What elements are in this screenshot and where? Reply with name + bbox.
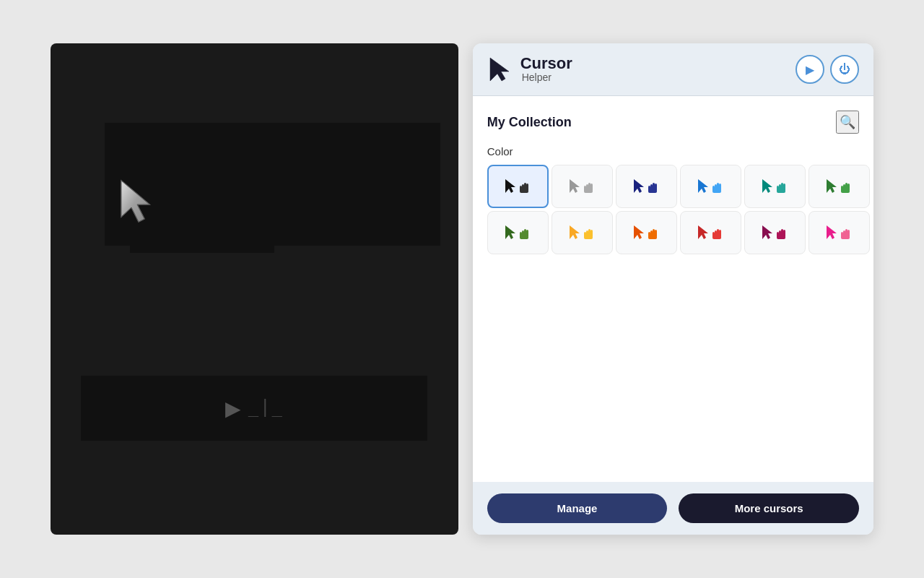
section-header: My Collection 🔍	[487, 111, 859, 134]
app-logo: Cursor Helper	[487, 55, 572, 84]
arrow-crimson	[761, 225, 774, 241]
svg-marker-51	[634, 225, 644, 239]
header-actions: ▶ ⏻	[796, 55, 859, 84]
cursor-cell-black[interactable]	[487, 165, 549, 208]
cursor-pair-navy	[632, 178, 660, 194]
cursor-mini-icon: ▶	[225, 397, 241, 420]
app-header: Cursor Helper ▶ ⏻	[473, 43, 873, 96]
svg-rect-8	[520, 189, 528, 193]
cursor-cell-red[interactable]	[680, 211, 741, 254]
svg-rect-26	[712, 189, 721, 193]
svg-marker-21	[698, 179, 708, 193]
hand-lime	[518, 225, 531, 241]
cursor-pair-crimson	[761, 225, 788, 241]
cursor-pair-yellow	[568, 225, 596, 241]
cursor-pair-blue	[697, 178, 724, 194]
hand-pink	[840, 225, 853, 241]
hand-teal	[775, 178, 788, 194]
svg-marker-15	[634, 179, 644, 193]
arrow-red	[697, 225, 710, 241]
manage-button[interactable]: Manage	[487, 493, 668, 523]
svg-marker-69	[827, 225, 837, 239]
cursor-helper-panel: Cursor Helper ▶ ⏻ My Collection 🔍	[473, 43, 873, 535]
more-cursors-button[interactable]: More cursors	[679, 493, 859, 523]
cursor-mode-icon: ▶	[806, 63, 814, 77]
arrow-yellow	[568, 225, 581, 241]
hand-navy	[647, 178, 660, 194]
arrow-green	[825, 178, 838, 194]
cursor-pair-teal	[761, 178, 788, 194]
arrow-lime	[504, 225, 517, 241]
arrow-pink	[825, 225, 838, 241]
arrow-blue	[697, 178, 710, 194]
hand-red	[711, 225, 724, 241]
cursor-cell-navy[interactable]	[616, 165, 677, 208]
svg-marker-3	[505, 179, 515, 193]
cursor-cell-teal[interactable]	[744, 165, 806, 208]
app-footer: Manage More cursors	[473, 482, 873, 535]
cursor-cell-lime[interactable]	[487, 211, 549, 254]
svg-marker-57	[698, 225, 708, 239]
svg-marker-1	[121, 181, 149, 222]
app-title-helper: Helper	[522, 72, 572, 83]
cursor-cell-yellow[interactable]	[552, 211, 613, 254]
svg-marker-2	[490, 58, 509, 81]
app-title-group: Cursor Helper	[520, 55, 572, 84]
app-content: My Collection 🔍 Color	[473, 96, 873, 482]
svg-rect-38	[841, 189, 850, 193]
text-preview: _|_	[248, 397, 284, 420]
cursor-cell-orange[interactable]	[616, 211, 677, 254]
app-title-cursor: Cursor	[520, 55, 572, 72]
hand-blue	[711, 178, 724, 194]
arrow-black	[504, 178, 517, 194]
svg-marker-9	[570, 179, 580, 193]
desktop-preview: ▶ _|_	[51, 43, 458, 535]
svg-rect-20	[648, 189, 657, 193]
cursor-pair-orange	[632, 225, 660, 241]
power-icon: ⏻	[839, 63, 850, 76]
cursor-pair-green	[825, 178, 853, 194]
hand-orange	[647, 225, 660, 241]
svg-marker-63	[762, 225, 772, 239]
cursor-pair-black	[504, 178, 531, 194]
cursor-cell-blue[interactable]	[680, 165, 741, 208]
svg-rect-50	[584, 236, 593, 239]
svg-rect-44	[520, 236, 528, 239]
cursor-mode-button[interactable]: ▶	[796, 55, 824, 84]
cursor-cell-pink[interactable]	[808, 211, 870, 254]
arrow-navy	[632, 178, 645, 194]
arrow-gray	[568, 178, 581, 194]
svg-rect-68	[777, 236, 785, 239]
svg-rect-56	[648, 236, 657, 239]
bottom-preview-area: ▶ _|_	[51, 376, 458, 441]
svg-rect-14	[584, 189, 593, 193]
logo-cursor-svg	[489, 56, 512, 82]
color-label: Color	[487, 145, 859, 158]
arrow-teal	[761, 178, 774, 194]
hand-gray	[583, 178, 596, 194]
svg-marker-39	[505, 225, 515, 239]
svg-rect-62	[712, 236, 721, 239]
hand-crimson	[775, 225, 788, 241]
arrow-orange	[632, 225, 645, 241]
hand-black	[518, 178, 531, 194]
hand-yellow	[583, 225, 596, 241]
bottom-dark-bar: ▶ _|_	[81, 376, 427, 441]
cursor-cell-crimson[interactable]	[744, 211, 806, 254]
cursor-pair-red	[697, 225, 724, 241]
power-button[interactable]: ⏻	[830, 55, 859, 84]
svg-rect-32	[777, 189, 785, 193]
svg-marker-33	[827, 179, 837, 193]
cursor-cell-gray[interactable]	[552, 165, 613, 208]
search-icon: 🔍	[840, 114, 855, 130]
cursor-pair-gray	[568, 178, 596, 194]
svg-rect-74	[841, 236, 850, 239]
cursor-grid	[487, 165, 859, 254]
svg-marker-45	[570, 225, 580, 239]
section-title: My Collection	[487, 115, 572, 130]
cursor-pair-lime	[504, 225, 531, 241]
bottom-icon-row: ▶ _|_	[225, 397, 284, 420]
search-button[interactable]: 🔍	[836, 111, 859, 134]
cursor-cell-green[interactable]	[808, 165, 870, 208]
cursor-pair-pink	[825, 225, 853, 241]
